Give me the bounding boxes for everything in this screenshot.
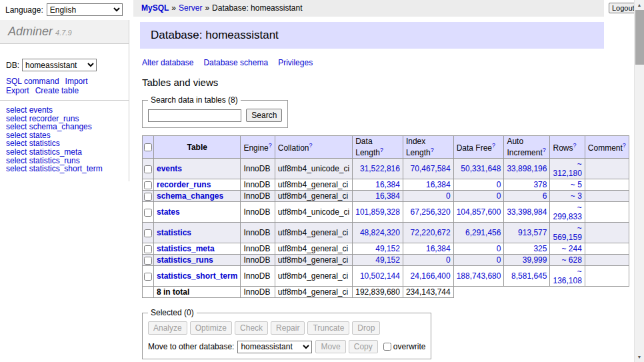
sidebar-link[interactable]: Export xyxy=(6,86,29,95)
data-free-link[interactable]: 104,857,600 xyxy=(457,207,501,217)
scroll-down-icon[interactable]: ▼ xyxy=(635,352,644,362)
data-length-link[interactable]: 31,522,816 xyxy=(360,164,400,173)
overwrite-checkbox[interactable] xyxy=(383,343,391,351)
auto-increment-link[interactable]: 913,577 xyxy=(518,228,547,237)
sidebar-link[interactable]: Import xyxy=(65,77,88,86)
table-name-link[interactable]: events xyxy=(157,164,182,173)
index-length-link[interactable]: 0 xyxy=(446,191,451,201)
row-checkbox[interactable] xyxy=(144,245,152,253)
help-link[interactable]: ? xyxy=(573,142,576,149)
row-checkbox[interactable] xyxy=(144,273,152,281)
data-length-link[interactable]: 49,152 xyxy=(375,244,400,253)
move-button[interactable]: Move xyxy=(315,340,345,353)
db-action-link[interactable]: Privileges xyxy=(278,58,313,67)
help-link[interactable]: ? xyxy=(431,147,434,153)
table-name-link[interactable]: statistics_meta xyxy=(157,244,215,253)
rows-link[interactable]: ~ 628 xyxy=(561,255,581,265)
sidebar-table-link[interactable]: select statistics_meta xyxy=(6,148,129,157)
row-checkbox[interactable] xyxy=(144,229,152,237)
select-all-checkbox[interactable] xyxy=(144,143,152,151)
rows-link[interactable]: ~ 312,180 xyxy=(553,159,581,178)
bulk-check-button[interactable]: Check xyxy=(235,321,268,335)
row-checkbox[interactable] xyxy=(144,165,152,173)
move-db-select[interactable]: homeassistant xyxy=(237,341,312,353)
data-free-link[interactable]: 0 xyxy=(497,180,501,189)
help-link[interactable]: ? xyxy=(309,142,312,149)
table-row: schema_changesInnoDButf8mb4_general_ci16… xyxy=(143,191,629,202)
index-length-link[interactable]: 67,256,320 xyxy=(411,207,451,217)
table-name-link[interactable]: statistics xyxy=(157,228,191,237)
rows-link[interactable]: ~ 299,833 xyxy=(553,203,581,221)
help-link[interactable]: ? xyxy=(623,142,626,149)
db-select[interactable]: homeassistant xyxy=(22,59,97,71)
index-length-link[interactable]: 70,467,584 xyxy=(411,164,451,173)
sidebar-table-link[interactable]: select statistics_short_term xyxy=(6,165,129,173)
auto-increment-link[interactable]: 325 xyxy=(533,244,547,253)
index-length-link[interactable]: 16,384 xyxy=(426,180,451,189)
data-length-link[interactable]: 10,502,144 xyxy=(360,271,400,281)
rows-link[interactable]: ~ 3 xyxy=(571,191,582,201)
bulk-analyze-button[interactable]: Analyze xyxy=(148,321,187,335)
row-checkbox[interactable] xyxy=(144,193,152,201)
bulk-truncate-button[interactable]: Truncate xyxy=(307,321,349,335)
table-name-link[interactable]: recorder_runs xyxy=(157,180,211,189)
row-checkbox[interactable] xyxy=(144,181,152,189)
help-link[interactable]: ? xyxy=(269,142,272,149)
breadcrumb-mysql-link[interactable]: MySQL xyxy=(141,3,169,13)
sidebar-table-link[interactable]: select schema_changes xyxy=(6,123,129,131)
search-button[interactable]: Search xyxy=(246,109,282,122)
data-length-link[interactable]: 48,824,320 xyxy=(360,228,400,237)
sidebar-link[interactable]: SQL command xyxy=(6,77,59,86)
data-length-link[interactable]: 16,384 xyxy=(375,191,400,201)
search-input[interactable] xyxy=(148,109,241,122)
scrollbar-thumb[interactable] xyxy=(635,10,644,65)
comment-cell xyxy=(585,191,629,202)
data-free-link[interactable]: 50,331,648 xyxy=(461,164,501,173)
row-checkbox[interactable] xyxy=(144,209,152,217)
table-name-link[interactable]: states xyxy=(157,207,180,217)
index-length-link[interactable]: 72,220,672 xyxy=(411,228,451,237)
engine-cell: InnoDB xyxy=(241,191,275,202)
help-link[interactable]: ? xyxy=(380,147,383,153)
scroll-up-icon[interactable]: ▲ xyxy=(635,0,644,10)
auto-increment-link[interactable]: 8,581,645 xyxy=(511,271,547,281)
help-link[interactable]: ? xyxy=(492,142,495,149)
auto-increment-link[interactable]: 33,898,196 xyxy=(507,164,547,173)
language-select[interactable]: English xyxy=(47,3,123,16)
db-action-link[interactable]: Alter database xyxy=(142,58,193,67)
row-checkbox[interactable] xyxy=(144,257,152,265)
db-action-link[interactable]: Database schema xyxy=(203,58,268,67)
copy-button[interactable]: Copy xyxy=(349,340,378,353)
table-name-link[interactable]: statistics_short_term xyxy=(157,271,237,281)
bulk-optimize-button[interactable]: Optimize xyxy=(190,321,232,335)
sidebar-table-link[interactable]: select events xyxy=(6,106,129,115)
bulk-repair-button[interactable]: Repair xyxy=(271,321,305,335)
index-length-link[interactable]: 0 xyxy=(446,255,451,265)
data-free-link[interactable]: 188,743,680 xyxy=(457,271,501,281)
rows-link[interactable]: ~ 5 xyxy=(571,180,582,189)
index-length-link[interactable]: 16,384 xyxy=(426,244,451,253)
auto-increment-link[interactable]: 378 xyxy=(533,180,547,189)
index-length-link[interactable]: 24,166,400 xyxy=(411,271,451,281)
auto-increment-link[interactable]: 39,999 xyxy=(523,255,547,265)
rows-link[interactable]: ~ 136,108 xyxy=(553,267,581,285)
breadcrumb-server-link[interactable]: Server xyxy=(179,3,202,13)
auto-increment-link[interactable]: 6 xyxy=(543,191,547,201)
table-name-link[interactable]: schema_changes xyxy=(157,191,223,201)
rows-link[interactable]: ~ 244 xyxy=(561,244,581,253)
data-length-link[interactable]: 49,152 xyxy=(375,255,400,265)
bulk-drop-button[interactable]: Drop xyxy=(352,321,380,335)
help-link[interactable]: ? xyxy=(543,147,546,153)
data-length-link[interactable]: 16,384 xyxy=(375,180,400,189)
table-name-link[interactable]: statistics_runs xyxy=(157,255,213,265)
scrollbar[interactable]: ▲ ▼ xyxy=(634,0,644,362)
rows-link[interactable]: ~ 569,159 xyxy=(553,223,581,242)
sidebar-link[interactable]: Create table xyxy=(35,86,79,95)
data-length-link[interactable]: 101,859,328 xyxy=(355,207,400,217)
data-free-link[interactable]: 0 xyxy=(497,255,501,265)
data-free-link[interactable]: 0 xyxy=(497,191,501,201)
data-free-link[interactable]: 6,291,456 xyxy=(465,228,501,237)
data-free-link[interactable]: 0 xyxy=(497,244,501,253)
column-header-table: Table xyxy=(154,136,241,159)
auto-increment-link[interactable]: 33,398,984 xyxy=(507,207,547,217)
